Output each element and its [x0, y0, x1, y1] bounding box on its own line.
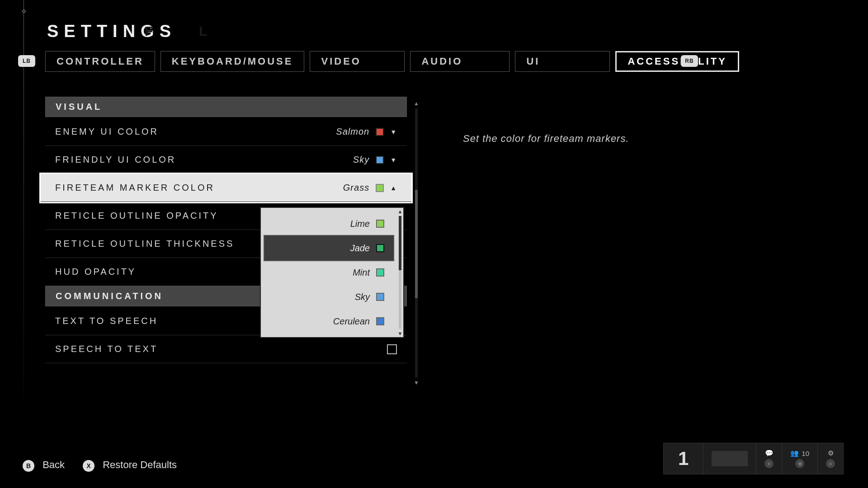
chevron-down-icon: ▼	[414, 380, 419, 386]
restore-label: Restore Defaults	[103, 459, 177, 470]
option-label: Cerulean	[333, 316, 370, 327]
color-swatch	[376, 156, 384, 164]
fireteam-size[interactable]: 1	[664, 443, 703, 474]
footer-prompts: B Back X Restore Defaults	[23, 459, 177, 472]
scroll-track	[399, 216, 401, 329]
tab-accessibility[interactable]: ACCESSIBILITY	[615, 51, 739, 72]
dropdown-item-lime[interactable]: Lime	[264, 211, 393, 236]
back-prompt[interactable]: B Back	[23, 459, 65, 472]
scroll-thumb[interactable]	[399, 216, 401, 270]
bumper-left[interactable]: LB	[18, 55, 35, 67]
row-speech-to-text[interactable]: SPEECH TO TEXT	[45, 335, 407, 363]
party-button[interactable]: 👥 10 ⊕	[782, 443, 817, 474]
option-label: Sky	[355, 292, 370, 302]
tab-row: CONTROLLER KEYBOARD/MOUSE VIDEO AUDIO UI…	[45, 51, 739, 72]
status-dot: ≡	[826, 459, 835, 468]
ghost-text-right	[833, 25, 836, 34]
row-value: Grass	[343, 183, 369, 193]
chevron-down-icon: ▼	[398, 331, 403, 336]
tab-keyboard-mouse[interactable]: KEYBOARD/MOUSE	[160, 51, 305, 72]
row-value: Salmon	[336, 127, 369, 137]
chat-icon: 💬	[765, 449, 774, 457]
option-label: Jade	[350, 243, 370, 253]
people-icon: 👥	[790, 449, 799, 457]
dropdown-item-cerulean[interactable]: Cerulean	[264, 309, 393, 333]
status-dot: ≡	[764, 459, 774, 468]
bumper-right[interactable]: RB	[681, 55, 698, 67]
option-label: Mint	[353, 267, 370, 278]
setting-description: Set the color for fireteam markers.	[463, 133, 629, 145]
color-swatch	[376, 268, 384, 277]
chevron-up-icon: ▲	[398, 209, 403, 214]
checkbox[interactable]	[387, 344, 397, 354]
tab-video[interactable]: VIDEO	[310, 51, 405, 72]
party-count: 10	[802, 450, 809, 457]
dropdown-scrollbar[interactable]: ▲ ▼	[397, 208, 403, 337]
row-friendly-ui-color[interactable]: FRIENDLY UI COLOR Sky ▼	[45, 146, 407, 174]
dropdown-item-jade[interactable]: Jade	[264, 236, 393, 260]
tab-audio[interactable]: AUDIO	[410, 51, 509, 72]
social-widget: 1 💬 ≡ 👥 10 ⊕ ⚙ ≡	[663, 443, 844, 474]
dropdown-item-sky[interactable]: Sky	[264, 285, 393, 309]
fireteam-count: 1	[672, 448, 695, 469]
color-swatch	[376, 293, 384, 301]
ghost-text-top: F L	[145, 23, 212, 39]
chevron-up-icon: ▲	[390, 184, 397, 192]
section-visual: VISUAL	[45, 97, 407, 117]
color-swatch	[376, 128, 384, 136]
settings-button[interactable]: ⚙ ≡	[817, 443, 843, 474]
row-label: TEXT TO SPEECH	[55, 316, 158, 326]
row-label: FRIENDLY UI COLOR	[55, 155, 176, 165]
restore-defaults-prompt[interactable]: X Restore Defaults	[83, 459, 177, 472]
tab-ui[interactable]: UI	[515, 51, 610, 72]
row-label: FIRETEAM MARKER COLOR	[55, 183, 215, 193]
color-swatch	[376, 317, 384, 325]
back-label: Back	[42, 459, 65, 470]
fireteam-bar	[703, 443, 756, 474]
chevron-up-icon: ▲	[414, 100, 419, 107]
chevron-down-icon: ▼	[390, 156, 397, 164]
option-label: Lime	[350, 219, 370, 229]
chat-button[interactable]: 💬 ≡	[756, 443, 782, 474]
row-label: SPEECH TO TEXT	[55, 344, 158, 354]
row-fireteam-marker-color[interactable]: FIRETEAM MARKER COLOR Grass ▲	[41, 174, 411, 202]
dropdown-item-mint[interactable]: Mint	[264, 260, 393, 285]
status-dot: ⊕	[795, 459, 804, 468]
chevron-down-icon: ▼	[390, 128, 397, 136]
row-label: RETICLE OUTLINE THICKNESS	[55, 239, 234, 249]
row-value: Sky	[353, 155, 369, 165]
color-swatch	[376, 220, 384, 228]
list-scrollbar[interactable]: ▲ ▼	[414, 100, 419, 386]
row-label: HUD OPACITY	[55, 267, 136, 277]
fireteam-color-dropdown: Lime Jade Mint Sky Cerulean ▲ ▼	[260, 207, 404, 338]
row-enemy-ui-color[interactable]: ENEMY UI COLOR Salmon ▼	[45, 118, 407, 146]
scroll-thumb[interactable]	[415, 190, 418, 298]
rule-node	[22, 9, 26, 13]
color-swatch	[376, 184, 384, 192]
keycap-x: X	[83, 460, 94, 472]
color-swatch	[376, 244, 384, 252]
scroll-track	[415, 108, 418, 378]
gear-icon: ⚙	[828, 449, 834, 457]
row-label: RETICLE OUTLINE OPACITY	[55, 211, 218, 221]
tab-controller[interactable]: CONTROLLER	[45, 51, 155, 72]
keycap-b: B	[23, 460, 34, 472]
row-label: ENEMY UI COLOR	[55, 127, 159, 137]
